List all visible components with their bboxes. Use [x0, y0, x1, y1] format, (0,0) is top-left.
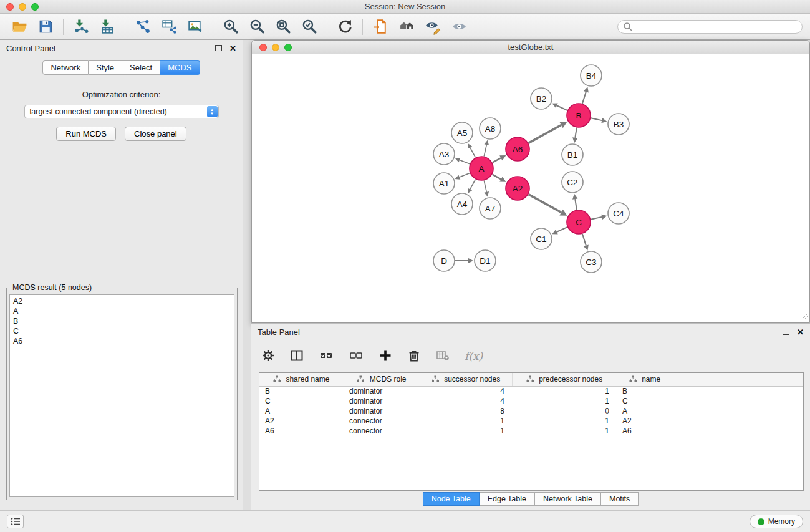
graph-node-C4[interactable]: C4	[608, 203, 629, 224]
table-cell[interactable]: connector	[344, 426, 420, 436]
graph-node-A4[interactable]: A4	[451, 193, 473, 215]
tab-select[interactable]: Select	[122, 60, 160, 75]
table-cell[interactable]: 4	[420, 386, 512, 396]
graph-node-B2[interactable]: B2	[531, 88, 552, 109]
graph-edge-B-B3[interactable]	[591, 118, 602, 120]
graph-edge-A-A3[interactable]	[460, 160, 470, 164]
table-cell[interactable]: B	[259, 386, 344, 396]
graph-edge-A2-C[interactable]	[529, 195, 562, 213]
table-cell[interactable]: 1	[512, 426, 617, 436]
table-row[interactable]: A2connector11A2	[259, 416, 803, 426]
open-document-button[interactable]	[367, 16, 393, 38]
table-cell[interactable]: A6	[259, 426, 344, 436]
mcds-result-item[interactable]: B	[13, 316, 231, 326]
table-cell[interactable]: 1	[512, 396, 617, 406]
tab-style[interactable]: Style	[89, 60, 122, 75]
table-row[interactable]: Cdominator41C	[259, 396, 803, 406]
graph-edge-A-A1[interactable]	[460, 173, 470, 177]
graph-edge-A-A7[interactable]	[484, 181, 486, 192]
tab-network-table[interactable]: Network Table	[535, 492, 601, 506]
graph-node-A8[interactable]: A8	[480, 118, 501, 139]
graph-edge-C-C3[interactable]	[582, 234, 586, 246]
tab-network[interactable]: Network	[42, 60, 89, 75]
annotation-view-button[interactable]	[420, 16, 446, 38]
tab-mcds[interactable]: MCDS	[160, 60, 200, 75]
function-builder-button[interactable]: f(x)	[465, 350, 483, 362]
task-history-button[interactable]	[7, 515, 24, 528]
table-cell[interactable]: C	[259, 396, 344, 406]
mcds-result-item[interactable]: C	[13, 326, 231, 336]
column-header-successor-nodes[interactable]: successor nodes	[420, 373, 512, 386]
tab-motifs[interactable]: Motifs	[601, 492, 639, 506]
table-settings-button[interactable]	[261, 349, 275, 364]
table-cell[interactable]: A	[259, 406, 344, 416]
graph-node-A5[interactable]: A5	[451, 122, 473, 143]
graph-node-C1[interactable]: C1	[531, 228, 552, 249]
resize-grip[interactable]	[801, 312, 809, 322]
network-canvas[interactable]: B4B2BB3A5A8A6B1A3AC2A1A2A4A7C4CC1DD1C3	[252, 54, 809, 322]
column-browser-button[interactable]	[290, 349, 304, 364]
close-window-button[interactable]	[6, 3, 14, 11]
graph-node-A6[interactable]: A6	[506, 137, 529, 161]
table-row[interactable]: A6connector11A6	[259, 426, 803, 436]
graph-node-B1[interactable]: B1	[562, 144, 583, 165]
zoom-window-button[interactable]	[31, 3, 39, 11]
graph-edge-A-A4[interactable]	[470, 180, 476, 190]
graph-node-A3[interactable]: A3	[433, 143, 455, 165]
float-panel-icon[interactable]	[215, 45, 222, 51]
column-header-MCDS-role[interactable]: MCDS role	[344, 373, 420, 386]
select-all-button[interactable]	[319, 349, 334, 364]
graph-node-C2[interactable]: C2	[562, 172, 583, 193]
graph-edge-B-B1[interactable]	[575, 128, 577, 138]
table-row[interactable]: Adominator80A	[259, 406, 803, 416]
delete-button[interactable]	[407, 349, 421, 364]
network-zoom-button[interactable]	[284, 44, 292, 51]
column-header-shared-name[interactable]: shared name	[259, 373, 344, 386]
zoom-out-button[interactable]	[244, 16, 270, 38]
table-cell[interactable]: 1	[420, 426, 512, 436]
close-panel-icon[interactable]: ✕	[797, 328, 804, 336]
network-window-titlebar[interactable]: testGlobe.txt	[252, 41, 809, 54]
save-session-button[interactable]	[32, 16, 59, 38]
graph-node-A[interactable]: A	[470, 157, 493, 180]
mcds-result-item[interactable]: A	[13, 306, 231, 316]
mcds-result-list[interactable]: A2ABCA6	[9, 294, 234, 497]
table-cell[interactable]: A6	[617, 426, 673, 436]
table-cell[interactable]: 8	[420, 406, 512, 416]
table-cell[interactable]: 1	[420, 416, 512, 426]
graph-node-C3[interactable]: C3	[581, 251, 602, 273]
column-header-name[interactable]: name	[617, 373, 673, 386]
minimize-window-button[interactable]	[19, 3, 26, 11]
deselect-all-button[interactable]	[349, 349, 364, 364]
table-cell[interactable]: 1	[512, 416, 617, 426]
close-panel-icon[interactable]: ✕	[229, 44, 236, 52]
optimization-dropdown[interactable]: largest connected component (directed) ▲…	[24, 105, 219, 118]
graph-node-A1[interactable]: A1	[433, 173, 455, 194]
close-panel-button[interactable]: Close panel	[125, 127, 186, 141]
table-cell[interactable]: 0	[512, 406, 617, 416]
new-network-button[interactable]	[130, 16, 156, 38]
table-cell[interactable]: 4	[420, 396, 512, 406]
graph-node-C[interactable]: C	[567, 210, 591, 234]
graph-edge-C-C4[interactable]	[591, 217, 602, 220]
delete-column-button[interactable]	[436, 349, 450, 364]
home-button[interactable]	[393, 16, 420, 38]
add-column-button[interactable]	[378, 349, 392, 364]
graph-node-D[interactable]: D	[433, 250, 455, 271]
mcds-result-item[interactable]: A6	[13, 336, 231, 346]
mcds-result-item[interactable]: A2	[13, 296, 231, 306]
graph-edge-C-C1[interactable]	[557, 227, 567, 232]
column-header-predecessor-nodes[interactable]: predecessor nodes	[512, 373, 617, 386]
table-cell[interactable]: A2	[617, 416, 673, 426]
table-cell[interactable]: A2	[259, 416, 344, 426]
graph-node-A2[interactable]: A2	[506, 177, 529, 200]
graph-edge-C-C2[interactable]	[575, 199, 577, 210]
graph-node-B[interactable]: B	[567, 104, 591, 127]
open-file-button[interactable]	[6, 16, 32, 38]
search-input[interactable]	[635, 22, 797, 31]
import-network-button[interactable]	[68, 16, 94, 38]
run-mcds-button[interactable]: Run MCDS	[56, 127, 116, 141]
zoom-in-button[interactable]	[218, 16, 244, 38]
table-cell[interactable]: dominator	[344, 386, 420, 396]
table-cell[interactable]: dominator	[344, 406, 420, 416]
